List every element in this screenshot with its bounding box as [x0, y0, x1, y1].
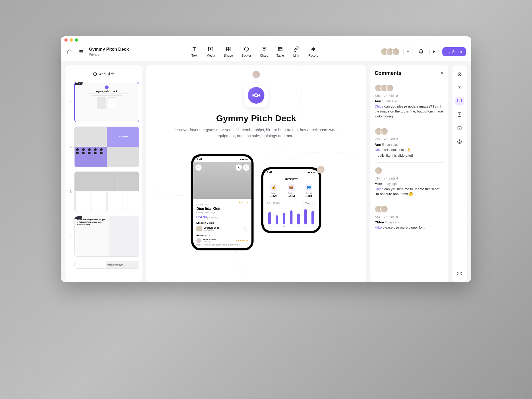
phone-mockup-1: 9:41●●● ▬ ← ⟲♡ Lifestyle Yoga ★ 4.5 (19)… [191, 154, 254, 250]
add-slide-button[interactable]: Add Slide [68, 69, 139, 79]
tool-record[interactable]: Record [308, 46, 318, 57]
avatar [386, 84, 394, 92]
phone-mockups: 9:41●●● ▬ ← ⟲♡ Lifestyle Yoga ★ 4.5 (19)… [191, 154, 321, 250]
reply-icon [384, 138, 387, 141]
window-minimize-icon[interactable] [70, 38, 73, 42]
tool-sticker[interactable]: Sticker [242, 46, 251, 57]
stat-icon: 💰 [270, 184, 277, 191]
slide-thumb-4[interactable]: 4 2 All the features you need for gym or… [68, 216, 139, 257]
reply-icon [384, 177, 387, 180]
table-icon [277, 46, 284, 52]
signal-icon: ●●● ▬ [307, 171, 315, 174]
stat-icon: 📦 [288, 184, 295, 191]
svg-rect-45 [460, 272, 462, 273]
tool-shape[interactable]: Shape [224, 46, 233, 57]
svg-rect-46 [458, 274, 459, 275]
share-button[interactable]: Share [442, 47, 466, 56]
app-window: Gymmy Pitch Deck Private Text Media Shap… [61, 36, 471, 282]
svg-point-21 [449, 52, 450, 53]
plus-circle-icon [93, 72, 97, 76]
insert-toolbar: Text Media Shape Sticker Chart Table [191, 46, 318, 57]
tool-text[interactable]: Text [191, 46, 198, 57]
record-icon [310, 46, 317, 52]
slide-title: Gymmy Pitch Deck [216, 113, 296, 123]
back-icon: ← [195, 164, 202, 171]
collaborator-avatars[interactable] [381, 48, 400, 56]
doc-title[interactable]: Gymmy Pitch Deck [89, 47, 129, 52]
tool-chart[interactable]: Chart [260, 46, 268, 57]
period-dropdown: Weekly ⌄ [303, 201, 316, 205]
phone-mockup-2: 9:41●●● ▬ Overview 💰Sales1,124📦Orders2,4… [261, 167, 321, 233]
svg-line-23 [448, 52, 449, 52]
svg-point-34 [460, 74, 461, 76]
right-rail [453, 65, 467, 282]
media-icon [207, 46, 214, 52]
comments-panel: Comments ✕ #36·Slide 8 Ann 1 hour ago Ch… [370, 65, 448, 282]
slide-thumb-3[interactable]: 3 [68, 171, 139, 212]
svg-rect-4 [227, 47, 228, 49]
reply-icon [384, 215, 387, 218]
window-maximize-icon[interactable] [75, 38, 78, 42]
rail-spacing-icon[interactable] [455, 83, 464, 92]
sticker-icon [243, 46, 250, 52]
menu-button[interactable] [77, 48, 85, 56]
comment-item[interactable]: #33·Slide 6 Chloe 3 days ago Mike please… [375, 201, 444, 234]
avatar [375, 167, 382, 175]
window-close-icon[interactable] [64, 38, 68, 42]
avatar [380, 128, 388, 135]
slide-thumb-1[interactable]: 1 2 Gymmy Pitch Deck [68, 82, 139, 122]
text-icon [191, 46, 198, 52]
svg-rect-6 [227, 49, 228, 51]
reply-icon [384, 94, 387, 97]
window-titlebar [61, 36, 471, 44]
app-logo [244, 84, 268, 107]
collaborator-cursor [252, 71, 260, 78]
tool-table[interactable]: Table [276, 46, 284, 57]
rail-tasks-icon[interactable] [455, 124, 464, 132]
rail-comments-icon[interactable] [455, 97, 464, 105]
slide-canvas[interactable]: Gymmy Pitch Deck Discover favourite gyms… [146, 65, 366, 282]
close-panel-button[interactable]: ✕ [440, 70, 444, 76]
tool-media[interactable]: Media [207, 46, 215, 57]
rail-layers-icon[interactable] [455, 70, 464, 78]
chart-icon [261, 46, 267, 52]
info-icon: i [244, 227, 248, 231]
svg-point-19 [449, 50, 450, 51]
reviewer-avatar [196, 238, 201, 243]
svg-rect-44 [458, 272, 459, 273]
dumbbell-icon [251, 91, 261, 100]
location-image [196, 226, 202, 231]
rail-settings-icon[interactable] [455, 269, 464, 278]
signal-icon: ●●● ▬ [240, 158, 248, 161]
comments-title: Comments [375, 70, 401, 76]
svg-rect-47 [460, 274, 462, 275]
home-button[interactable] [66, 48, 74, 56]
sales-bar-chart: MTWTFSS [263, 207, 319, 227]
add-collaborator-button[interactable] [403, 47, 413, 56]
share-icon [447, 50, 450, 54]
rail-profile-icon[interactable] [455, 137, 464, 146]
share-icon: ⟲ [236, 164, 242, 171]
comment-item[interactable]: #34·Slide 4 Mike 1 day ago Chloe can you… [375, 163, 444, 201]
notifications-button[interactable] [416, 47, 426, 56]
svg-point-27 [255, 94, 258, 97]
stat-icon: 👥 [305, 184, 312, 191]
link-icon [293, 46, 300, 52]
rail-notes-icon[interactable] [455, 110, 464, 119]
slide-thumb-5[interactable]: Discover best gyms [68, 261, 139, 269]
comment-item[interactable]: #35·Slide 3 Ann 5 hours ago Chloe this l… [375, 123, 444, 163]
topbar: Gymmy Pitch Deck Private Text Media Shap… [61, 44, 471, 61]
heart-icon: ♡ [243, 164, 249, 171]
comment-count-badge: 2 [74, 216, 82, 219]
collaborator-cursor [317, 166, 325, 174]
tool-link[interactable]: Link [293, 46, 300, 57]
slide-thumbnails-panel: Add Slide 1 2 Gymmy Pitch Deck [65, 65, 142, 282]
avatar [392, 48, 400, 56]
shape-icon [225, 46, 232, 52]
svg-line-22 [448, 51, 449, 51]
slide-thumb-2[interactable]: 2 Fit & Train [68, 127, 139, 167]
present-button[interactable] [429, 47, 439, 56]
comment-item[interactable]: #36·Slide 8 Ann 1 hour ago Chloe can you… [375, 80, 444, 123]
avatar [380, 205, 388, 213]
svg-rect-9 [278, 48, 282, 51]
